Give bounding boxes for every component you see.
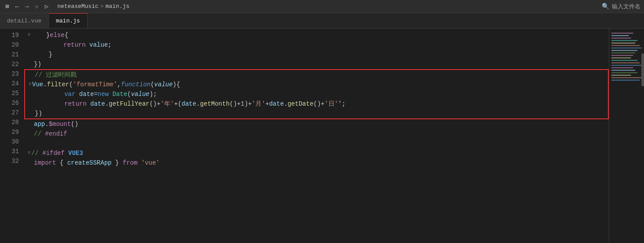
svg-rect-11 xyxy=(611,58,631,59)
svg-rect-3 xyxy=(611,38,631,39)
tab-bar: detail.vue main.js xyxy=(0,13,644,29)
editor-container: ⊞ ← → ☆ ▷ neteaseMusic > main.js 🔍 输入文件名… xyxy=(0,0,644,243)
line-num-26: 26 xyxy=(0,98,19,108)
code-line-23: // 过滤时间戳 xyxy=(25,70,608,80)
breadcrumb: neteaseMusic > main.js xyxy=(57,3,129,10)
line-num-22: 22 xyxy=(0,59,19,69)
svg-rect-5 xyxy=(611,43,635,44)
svg-rect-16 xyxy=(611,70,635,71)
code-line-19: ▽ }else{ xyxy=(24,30,609,40)
fold-icon-31[interactable]: ▽ xyxy=(28,148,30,158)
breadcrumb-project[interactable]: neteaseMusic xyxy=(57,3,99,10)
svg-rect-6 xyxy=(611,45,640,46)
svg-rect-17 xyxy=(611,72,637,73)
svg-rect-13 xyxy=(611,63,640,63)
search-box[interactable]: 🔍 输入文件名 xyxy=(602,3,640,11)
code-line-24: ▽ Vue.filter('formatTime',function(value… xyxy=(25,80,608,89)
code-area: 19 20 21 22 23 24 25 26 27 28 29 30 31 3… xyxy=(0,29,644,243)
line-num-30: 30 xyxy=(0,137,19,147)
line-num-27: 27 xyxy=(0,108,19,118)
bookmark-icon[interactable]: ☆ xyxy=(33,2,40,11)
code-line-22: }) xyxy=(24,59,609,69)
code-line-20: return value; xyxy=(24,40,609,50)
line-num-29: 29 xyxy=(0,127,19,137)
line-num-28: 28 xyxy=(0,118,19,127)
svg-rect-21 xyxy=(641,53,644,86)
code-line-32: import { createSSRApp } from 'vue' xyxy=(24,158,609,168)
fold-icon-24[interactable]: ▽ xyxy=(29,80,31,89)
minimap xyxy=(609,29,644,243)
tab-detail-vue-label: detail.vue xyxy=(7,18,41,24)
code-line-25: var date=new Date(value); xyxy=(25,89,608,99)
play-icon[interactable]: ▷ xyxy=(43,2,50,11)
tab-main-js-label: main.js xyxy=(56,18,80,24)
line-num-31: 31 xyxy=(0,147,19,156)
back-icon[interactable]: ← xyxy=(13,2,20,11)
forward-icon[interactable]: → xyxy=(23,2,30,11)
svg-rect-7 xyxy=(611,48,642,48)
highlight-block: // 过滤时间戳 ▽ Vue.filter('formatTime',funct… xyxy=(24,69,609,119)
svg-rect-10 xyxy=(611,55,633,56)
svg-rect-18 xyxy=(611,75,631,76)
tab-main-js[interactable]: main.js xyxy=(49,13,88,28)
code-content[interactable]: ▽ }else{ return value; } }) xyxy=(24,29,609,243)
svg-rect-8 xyxy=(611,50,637,51)
svg-rect-2 xyxy=(611,35,629,36)
window-icon[interactable]: ⊞ xyxy=(4,2,11,11)
svg-rect-15 xyxy=(611,67,633,68)
svg-rect-19 xyxy=(611,77,642,78)
breadcrumb-sep: > xyxy=(100,3,104,10)
tab-detail-vue[interactable]: detail.vue xyxy=(0,13,49,28)
line-num-25: 25 xyxy=(0,88,19,98)
code-line-30 xyxy=(24,139,609,148)
code-line-31: ▽ // #ifdef VUE3 xyxy=(24,148,609,158)
minimap-svg xyxy=(609,29,644,243)
svg-rect-14 xyxy=(611,65,642,66)
search-icon: 🔍 xyxy=(602,3,609,10)
svg-rect-12 xyxy=(611,60,637,61)
code-line-27: }) xyxy=(25,109,608,118)
line-num-32: 32 xyxy=(0,156,19,166)
line-num-19: 19 xyxy=(0,30,19,40)
code-line-28: app.$mount() xyxy=(24,119,609,129)
svg-rect-1 xyxy=(611,33,633,33)
code-line-29: // #endif xyxy=(24,129,609,139)
code-line-26: return date.getFullYear()+'年'+(date.getM… xyxy=(25,99,608,109)
search-placeholder: 输入文件名 xyxy=(612,3,640,11)
title-bar: ⊞ ← → ☆ ▷ neteaseMusic > main.js 🔍 输入文件名 xyxy=(0,0,644,13)
line-numbers: 19 20 21 22 23 24 25 26 27 28 29 30 31 3… xyxy=(0,29,24,243)
line-num-21: 21 xyxy=(0,50,19,59)
title-bar-icons: ⊞ ← → ☆ ▷ xyxy=(4,2,50,11)
fold-icon-19[interactable]: ▽ xyxy=(28,30,30,40)
svg-rect-20 xyxy=(611,80,640,81)
line-num-24: 24 xyxy=(0,79,19,88)
svg-rect-9 xyxy=(611,52,635,53)
line-num-20: 20 xyxy=(0,40,19,50)
line-num-23: 23 xyxy=(0,69,19,79)
breadcrumb-file[interactable]: main.js xyxy=(106,3,130,10)
svg-rect-4 xyxy=(611,40,637,41)
code-line-21: } xyxy=(24,50,609,59)
